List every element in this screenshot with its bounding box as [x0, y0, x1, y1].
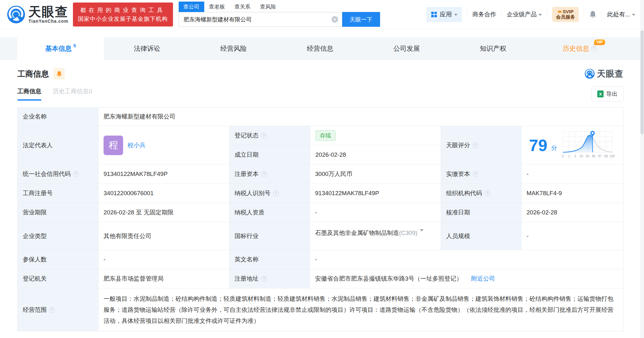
clear-search-icon[interactable]: ✕	[331, 16, 338, 23]
help-icon[interactable]: ?	[485, 190, 490, 196]
org-code-label: 组织机构代码	[446, 189, 482, 197]
subtab-business-info[interactable]: 工商信息	[17, 87, 41, 101]
reg-address-cell: 安徽省合肥市肥东县撮镇镇东华路3号（一址多照登记） 附近公司	[310, 269, 623, 288]
chevron-down-icon	[632, 14, 635, 16]
paid-capital-label-cell: 实缴资本 ?	[441, 165, 521, 184]
help-icon[interactable]: ?	[473, 143, 478, 148]
industry-value: 石墨及其他非金属矿物制品制造	[315, 228, 399, 238]
apps-menu-button[interactable]: 应用	[426, 7, 462, 22]
search-button[interactable]: 天眼一下	[342, 12, 380, 27]
english-name-label: 英文名称	[229, 250, 310, 269]
help-icon[interactable]: ?	[473, 171, 478, 177]
credit-code-label-cell: 统一社会信用代码 ?	[18, 165, 98, 184]
tab-operating-risk[interactable]: 经营风险	[190, 37, 277, 60]
svg-text:1: 1	[568, 154, 570, 158]
insured-label: 参保人数	[18, 250, 98, 269]
svip-member-button[interactable]: SVIP 会员服务	[552, 7, 579, 22]
search-tab-boss[interactable]: 查老板	[204, 2, 230, 12]
nav-enterprise-products[interactable]: 企业级产品	[507, 10, 542, 19]
help-icon[interactable]: ?	[73, 171, 79, 177]
reg-authority-label: 登记机关	[18, 269, 98, 288]
table-row-business-scope: 经营范围 ? 一般项目：水泥制品制造；砼结构构件制造；轻质建筑材料制造；轻质建筑…	[18, 288, 623, 331]
reg-authority-value: 肥东县市场监督管理局	[98, 269, 229, 288]
help-icon[interactable]: ?	[591, 46, 597, 51]
nearby-companies-link[interactable]: 附近公司	[471, 275, 495, 283]
table-row-reg-authority: 登记机关 肥东县市场监督管理局 注册地址 ? 安徽省合肥市肥东县撮镇镇东华路3号…	[18, 269, 623, 288]
chevron-down-icon	[539, 14, 542, 16]
reg-number-value: 340122000676001	[98, 184, 229, 203]
help-icon[interactable]: ?	[261, 276, 267, 282]
company-type-value: 其他有限责任公司	[98, 222, 229, 250]
help-icon[interactable]: ?	[261, 171, 267, 177]
tab-basic-info[interactable]: 基本信息 5	[17, 37, 104, 60]
tab-history-label: 历史信息	[563, 44, 589, 53]
score-label: 天眼评分	[446, 141, 470, 149]
search-tab-relation[interactable]: 查关系	[230, 2, 255, 12]
legal-rep-name-link[interactable]: 程小兵	[128, 141, 146, 149]
scrollbar-thumb[interactable]	[641, 30, 644, 134]
subtab-history-business-info[interactable]: 历史工商信息0	[53, 87, 92, 101]
score-value: 79	[529, 137, 547, 154]
orange-bell-icon	[56, 71, 62, 77]
reg-status-cell: 登记状态 ?	[230, 126, 310, 145]
crown-icon	[558, 9, 562, 13]
username-label: 此处有...	[607, 10, 630, 19]
table-row-business-term: 营业期限 2026-02-28 至 无固定期限 纳税人资质 - 核准日期 202…	[18, 203, 623, 222]
reg-status-value-cell: 存续	[310, 126, 441, 145]
legal-rep-label: 法定代表人	[18, 126, 98, 164]
svg-text:50: 50	[586, 154, 589, 158]
help-icon[interactable]: ?	[261, 133, 267, 138]
score-distribution-chart: 0 1 3 15 50 85 97 99 100	[561, 130, 615, 160]
apps-label: 应用	[440, 10, 452, 19]
svip-label: SVIP	[563, 9, 574, 14]
enterprise-label: 企业级产品	[507, 10, 537, 19]
company-nav-tabs: 基本信息 5 法律诉讼 经营风险 经营信息 公司发展 知识产权 历史信息 ? V…	[0, 37, 644, 60]
tab-company-development[interactable]: 公司发展	[363, 37, 450, 60]
svg-text:99: 99	[604, 154, 608, 158]
staff-size-label: 人员规模	[441, 222, 521, 250]
business-scope-label: 经营范围	[23, 306, 47, 314]
scrollbar-track[interactable]	[640, 0, 644, 338]
watermark-brand: 天眼查	[597, 68, 623, 79]
section-title: 工商信息	[17, 69, 49, 79]
chevron-down-icon[interactable]	[420, 229, 424, 231]
divider	[467, 11, 467, 18]
legal-rep-cell: 程 程小兵	[98, 126, 229, 164]
industry-value-cell: 石墨及其他非金属矿物制品制造 (C309)	[310, 222, 441, 250]
vip-badge: VIP	[594, 39, 605, 45]
svg-text:85: 85	[592, 154, 596, 158]
tab-business-info[interactable]: 经营信息	[277, 37, 363, 60]
notification-bell-icon[interactable]	[589, 10, 597, 19]
main-content: 工商信息 天眼查 工商信息 历史工商信息0 X 导出 企	[0, 68, 644, 331]
nav-business-coop[interactable]: 商务合作	[472, 10, 496, 19]
brand-domain: TianYanCha.com	[28, 19, 69, 24]
business-scope-value: 一般项目：水泥制品制造；砼结构构件制造；轻质建筑材料制造；轻质建筑材料销售；水泥…	[98, 288, 623, 331]
monitor-bell-button[interactable]	[53, 68, 65, 79]
svg-text:15: 15	[580, 154, 583, 158]
table-row-company-type: 企业类型 其他有限责任公司 国标行业 石墨及其他非金属矿物制品制造 (C309)…	[18, 222, 623, 250]
divider	[584, 11, 584, 18]
tab-history-info[interactable]: 历史信息 ? VIP	[536, 37, 623, 60]
tab-legal-proceedings[interactable]: 法律诉讼	[104, 37, 190, 60]
help-icon[interactable]: ?	[273, 190, 279, 196]
excel-icon: X	[597, 90, 604, 97]
tianyancha-watermark: 天眼查	[585, 68, 623, 79]
user-account-menu[interactable]: 此处有...	[607, 10, 635, 19]
search-tab-risk[interactable]: 查风险	[255, 2, 281, 12]
tianyancha-logo[interactable]: 天眼查 TianYanCha.com	[7, 5, 69, 24]
reg-address-value: 安徽省合肥市肥东县撮镇镇东华路3号（一址多照登记）	[315, 275, 462, 283]
search-tab-company[interactable]: 查公司	[179, 2, 204, 12]
tab-basic-label: 基本信息	[45, 44, 72, 53]
legal-rep-avatar[interactable]: 程	[104, 136, 123, 155]
svg-text:3: 3	[574, 154, 576, 158]
header-gap	[0, 29, 644, 37]
company-type-label: 企业类型	[18, 222, 98, 250]
search-input[interactable]	[184, 16, 331, 23]
help-icon[interactable]: ?	[49, 307, 55, 313]
credit-code-label: 统一社会信用代码	[23, 170, 71, 178]
tab-intellectual-property[interactable]: 知识产权	[450, 37, 536, 60]
establish-date-value: 2026-02-28	[310, 145, 441, 164]
divider	[602, 11, 602, 18]
export-button[interactable]: X 导出	[591, 86, 623, 102]
table-row-reg-number: 工商注册号 340122000676001 纳税人识别号 ? 91340122M…	[18, 184, 623, 203]
